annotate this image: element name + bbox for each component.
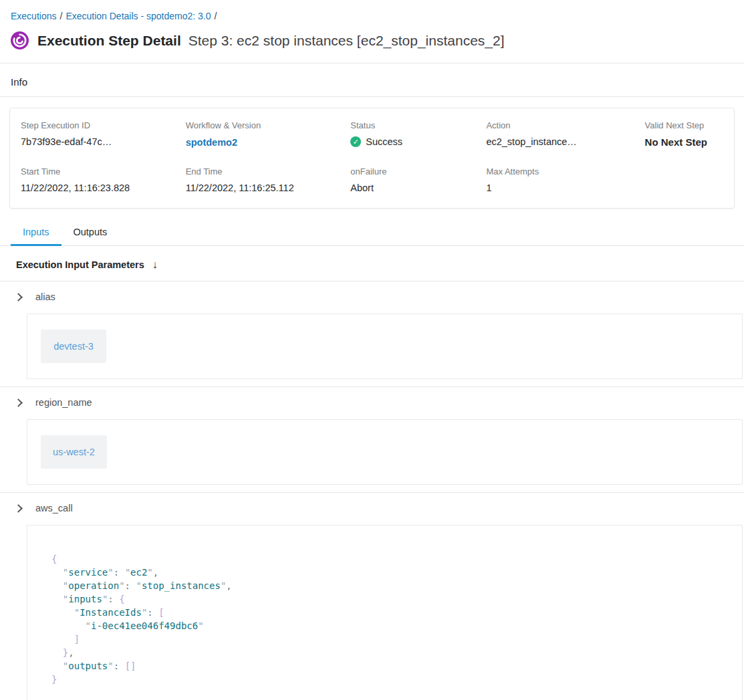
field-value: No Next Step	[645, 136, 723, 148]
value-chip-alias: devtest-3	[41, 330, 106, 363]
field-max-attempts: Max Attempts 1	[486, 166, 638, 193]
success-check-icon: ✓	[350, 136, 361, 147]
field-label: onFailure	[350, 166, 479, 177]
params-header: Execution Input Parameters ↓	[0, 246, 744, 281]
chevron-right-icon[interactable]	[14, 398, 23, 407]
tab-inputs[interactable]: Inputs	[11, 219, 61, 246]
section-toggle-region-name[interactable]: region_name	[0, 387, 744, 417]
field-value: Abort	[350, 183, 479, 193]
json-code: { "service": "ec2", "operation": "stop_i…	[51, 552, 729, 686]
section-name: aws_call	[35, 503, 73, 513]
field-step-execution-id: Step Execution ID 7b73f93e-edaf-47c…	[21, 120, 179, 148]
value-chip-region-name: us-west-2	[41, 435, 107, 469]
field-value: ec2_stop_instance…	[486, 136, 638, 147]
info-grid: Step Execution ID 7b73f93e-edaf-47c… Wor…	[21, 120, 723, 193]
param-section-alias: alias devtest-3	[0, 281, 744, 387]
page-header: Execution Step Detail Step 3: ec2 stop i…	[0, 21, 744, 63]
tab-outputs[interactable]: Outputs	[61, 219, 120, 246]
section-panel-aws-call: { "service": "ec2", "operation": "stop_i…	[27, 525, 743, 700]
param-section-region-name: region_name us-west-2	[0, 387, 744, 493]
field-label: Valid Next Step	[645, 120, 723, 130]
breadcrumb: Executions/Execution Details - spotdemo2…	[0, 0, 744, 21]
breadcrumb-separator: /	[215, 11, 217, 21]
field-status: Status ✓ Success	[350, 120, 479, 148]
param-section-aws-call: aws_call { "service": "ec2", "operation"…	[0, 493, 744, 700]
field-valid-next-step: Valid Next Step No Next Step	[645, 120, 723, 148]
field-value: 7b73f93e-edaf-47c…	[21, 136, 179, 147]
field-value: 11/22/2022, 11:16:25.112	[186, 183, 344, 193]
app-logo-icon	[11, 31, 29, 49]
section-name: alias	[35, 291, 55, 302]
section-toggle-aws-call[interactable]: aws_call	[0, 493, 744, 523]
chevron-right-icon[interactable]	[14, 504, 23, 513]
info-section-title: Info	[0, 64, 744, 96]
page-title: Execution Step Detail Step 3: ec2 stop i…	[37, 33, 505, 49]
status-badge: ✓ Success	[350, 136, 479, 147]
divider	[0, 96, 744, 97]
field-label: Start Time	[21, 166, 179, 177]
breadcrumb-separator: /	[59, 11, 62, 21]
section-name: region_name	[35, 397, 92, 408]
workflow-link[interactable]: spotdemo2	[186, 137, 237, 148]
status-text: Success	[366, 136, 402, 147]
field-start-time: Start Time 11/22/2022, 11:16:23.828	[21, 166, 179, 193]
field-end-time: End Time 11/22/2022, 11:16:25.112	[186, 166, 344, 193]
field-value: 11/22/2022, 11:16:23.828	[21, 183, 179, 193]
field-label: Step Execution ID	[21, 120, 179, 130]
section-panel-alias: devtest-3	[27, 314, 743, 379]
page-title-main: Execution Step Detail	[37, 33, 181, 49]
field-label: Workflow & Version	[186, 120, 344, 130]
field-label: End Time	[186, 166, 344, 177]
section-toggle-alias[interactable]: alias	[0, 281, 744, 312]
field-label: Status	[350, 120, 479, 130]
collapse-all-arrow-icon[interactable]: ↓	[152, 259, 158, 271]
field-label: Action	[486, 120, 638, 130]
io-tabs: Inputs Outputs	[0, 219, 744, 246]
breadcrumb-link-execution-details[interactable]: Execution Details - spotdemo2: 3.0	[66, 11, 211, 21]
field-label: Max Attempts	[486, 166, 638, 177]
section-panel-region-name: us-west-2	[27, 419, 743, 485]
page-title-step: Step 3: ec2 stop instances [ec2_stop_ins…	[189, 33, 505, 49]
step-info-card: Step Execution ID 7b73f93e-edaf-47c… Wor…	[9, 108, 735, 209]
field-action: Action ec2_stop_instance…	[486, 120, 638, 148]
field-onfailure: onFailure Abort	[350, 166, 479, 193]
chevron-right-icon[interactable]	[14, 293, 23, 302]
field-value: 1	[486, 183, 638, 193]
field-workflow-version: Workflow & Version spotdemo2	[186, 120, 344, 148]
breadcrumb-link-executions[interactable]: Executions	[11, 11, 56, 21]
params-title: Execution Input Parameters	[16, 259, 144, 270]
